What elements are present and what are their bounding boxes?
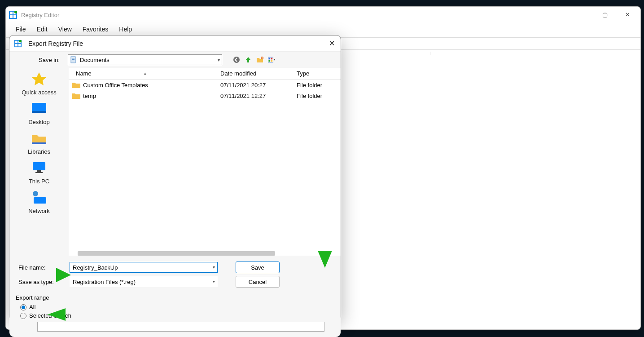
new-folder-icon[interactable]	[256, 56, 263, 63]
app-title: Registry Editor	[21, 12, 572, 18]
svg-rect-14	[72, 59, 74, 60]
menu-file[interactable]: File	[11, 25, 31, 34]
column-name[interactable]: Name▴	[69, 70, 217, 77]
svg-rect-23	[32, 111, 46, 113]
radio-icon	[20, 313, 26, 319]
radio-icon	[20, 304, 26, 310]
column-headers: Name▴ Date modified Type	[69, 68, 341, 80]
sidebar-desktop[interactable]: Desktop	[9, 101, 69, 125]
svg-rect-10	[18, 44, 21, 46]
export-range-legend: Export range	[16, 294, 334, 301]
minimize-button[interactable]: —	[572, 8, 592, 22]
titlebar: Registry Editor — ▢ ✕	[6, 7, 640, 23]
svg-rect-29	[34, 197, 46, 204]
svg-point-11	[19, 40, 22, 42]
list-item[interactable]: temp 07/11/2021 12:27 File folder	[69, 90, 341, 101]
folder-icon	[72, 93, 80, 99]
save-in-label: Save in:	[14, 57, 64, 63]
menu-help[interactable]: Help	[114, 25, 136, 34]
save-as-type-combo[interactable]: Registration Files (*.reg)	[70, 276, 218, 287]
list-item[interactable]: Custom Office Templates 07/11/2021 20:27…	[69, 80, 341, 90]
sort-indicator-icon: ▴	[140, 71, 150, 75]
svg-rect-26	[37, 170, 41, 172]
column-type[interactable]: Type	[293, 70, 341, 77]
radio-all[interactable]: All	[20, 304, 334, 310]
sidebar-network[interactable]: Network	[9, 190, 69, 214]
svg-point-28	[33, 191, 38, 196]
svg-rect-20	[268, 60, 270, 62]
export-range-group: Export range All Selected branch	[9, 292, 341, 337]
folder-icon	[72, 82, 80, 88]
close-button[interactable]: ✕	[617, 8, 638, 22]
column-divider	[430, 52, 430, 55]
up-one-level-icon[interactable]	[245, 56, 252, 63]
svg-point-5	[14, 11, 17, 13]
sidebar-libraries[interactable]: Libraries	[9, 131, 69, 155]
monitor-icon	[30, 160, 48, 175]
svg-rect-9	[15, 44, 18, 46]
svg-rect-24	[32, 142, 46, 144]
chevron-down-icon[interactable]: ▾	[213, 265, 215, 270]
save-as-type-label: Save as type:	[16, 279, 70, 285]
svg-rect-27	[35, 172, 43, 173]
regedit-icon	[9, 10, 18, 19]
menu-edit[interactable]: Edit	[32, 25, 52, 34]
menu-favorites[interactable]: Favorites	[78, 25, 113, 34]
svg-rect-21	[271, 60, 273, 62]
dialog-close-button[interactable]: ✕	[327, 39, 336, 48]
back-icon[interactable]	[233, 56, 240, 63]
chevron-down-icon: ▾	[218, 58, 220, 62]
radio-selected-branch[interactable]: Selected branch	[20, 312, 334, 319]
svg-rect-3	[10, 15, 13, 18]
svg-rect-4	[13, 15, 16, 18]
svg-point-15	[233, 57, 240, 63]
menubar: File Edit View Favorites Help	[6, 23, 640, 35]
export-registry-file-dialog: Export Registry File ✕ Save in: Document…	[9, 35, 341, 321]
dialog-titlebar: Export Registry File ✕	[9, 35, 341, 52]
chevron-down-icon[interactable]: ▾	[213, 279, 215, 284]
places-sidebar: Quick access Desktop Libraries This PC N…	[9, 68, 69, 256]
column-date-modified[interactable]: Date modified	[217, 70, 293, 77]
view-menu-icon[interactable]	[268, 56, 275, 63]
documents-icon	[70, 56, 77, 63]
star-icon	[30, 71, 48, 86]
svg-rect-25	[33, 162, 45, 170]
svg-rect-19	[271, 58, 273, 60]
svg-rect-7	[15, 40, 18, 43]
regedit-icon	[14, 40, 22, 48]
svg-rect-1	[10, 12, 13, 14]
file-list: Name▴ Date modified Type Custom Office T…	[69, 68, 341, 256]
maximize-button[interactable]: ▢	[595, 8, 615, 22]
file-name-input[interactable]	[70, 262, 218, 273]
sidebar-quick-access[interactable]: Quick access	[9, 71, 69, 96]
network-icon	[30, 190, 48, 204]
sidebar-this-pc[interactable]: This PC	[9, 160, 69, 185]
cancel-button[interactable]: Cancel	[236, 276, 280, 288]
save-in-row: Save in: Documents ▾	[9, 52, 341, 68]
horizontal-scrollbar[interactable]	[78, 251, 275, 256]
desktop-icon	[30, 101, 48, 115]
save-in-combo[interactable]: Documents ▾	[68, 54, 222, 65]
selected-branch-input[interactable]	[37, 322, 324, 332]
libraries-icon	[30, 131, 48, 145]
menu-view[interactable]: View	[54, 25, 76, 34]
svg-rect-18	[268, 58, 270, 60]
dialog-title: Export Registry File	[28, 40, 327, 47]
file-name-label: File name:	[16, 264, 70, 271]
save-in-value: Documents	[80, 57, 110, 63]
svg-rect-13	[72, 58, 74, 58]
save-button[interactable]: Save	[236, 262, 280, 273]
